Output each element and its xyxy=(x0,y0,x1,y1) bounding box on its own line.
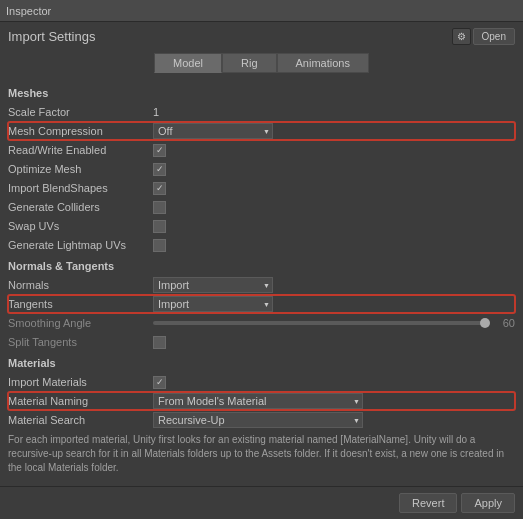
optimize-mesh-label: Optimize Mesh xyxy=(8,163,153,175)
import-blendshapes-row: Import BlendShapes xyxy=(8,179,515,197)
material-naming-label: Material Naming xyxy=(8,395,153,407)
import-blendshapes-checkbox[interactable] xyxy=(153,182,166,195)
generate-colliders-label: Generate Colliders xyxy=(8,201,153,213)
material-naming-dropdown-wrapper: From Model's Material Model Name + Model… xyxy=(153,393,363,409)
optimize-mesh-checkbox[interactable] xyxy=(153,163,166,176)
tangents-dropdown[interactable]: Import Calculate None xyxy=(153,296,273,312)
material-naming-dropdown[interactable]: From Model's Material Model Name + Model… xyxy=(153,393,363,409)
tabs-bar: Model Rig Animations xyxy=(0,49,523,77)
material-search-dropdown-wrapper: Recursive-Up Recursive-Down Project Wide xyxy=(153,412,363,428)
import-blendshapes-label: Import BlendShapes xyxy=(8,182,153,194)
tab-rig[interactable]: Rig xyxy=(222,53,277,73)
optimize-mesh-row: Optimize Mesh xyxy=(8,160,515,178)
normals-label: Normals xyxy=(8,279,153,291)
info-text: For each imported material, Unity first … xyxy=(8,433,515,475)
mesh-compression-row: Mesh Compression Off Low Medium High xyxy=(8,122,515,140)
materials-section-header: Materials xyxy=(8,357,515,369)
mesh-compression-label: Mesh Compression xyxy=(8,125,153,137)
tab-animations[interactable]: Animations xyxy=(277,53,369,73)
meshes-section-header: Meshes xyxy=(8,87,515,99)
mesh-compression-dropdown-wrapper: Off Low Medium High xyxy=(153,123,273,139)
generate-colliders-checkbox[interactable] xyxy=(153,201,166,214)
import-materials-label: Import Materials xyxy=(8,376,153,388)
title-bar: Inspector xyxy=(0,0,523,22)
apply-button[interactable]: Apply xyxy=(461,493,515,513)
smoothing-angle-label: Smoothing Angle xyxy=(8,317,153,329)
tangents-row: Tangents Import Calculate None xyxy=(8,295,515,313)
material-search-dropdown[interactable]: Recursive-Up Recursive-Down Project Wide xyxy=(153,412,363,428)
swap-uvs-checkbox[interactable] xyxy=(153,220,166,233)
split-tangents-row: Split Tangents xyxy=(8,333,515,351)
import-settings-title: Import Settings xyxy=(8,29,95,44)
smoothing-angle-slider[interactable] xyxy=(153,321,485,325)
scale-factor-row: Scale Factor 1 xyxy=(8,103,515,121)
material-search-label: Material Search xyxy=(8,414,153,426)
read-write-checkbox[interactable] xyxy=(153,144,166,157)
generate-lightmap-row: Generate Lightmap UVs xyxy=(8,236,515,254)
import-header: Import Settings ⚙ Open xyxy=(0,22,523,49)
content-area: Meshes Scale Factor 1 Mesh Compression O… xyxy=(0,77,523,486)
read-write-label: Read/Write Enabled xyxy=(8,144,153,156)
normals-row: Normals Import Calculate None xyxy=(8,276,515,294)
import-materials-checkbox[interactable] xyxy=(153,376,166,389)
scale-factor-value: 1 xyxy=(153,106,515,118)
smoothing-angle-row: Smoothing Angle 60 xyxy=(8,314,515,332)
normals-tangents-section-header: Normals & Tangents xyxy=(8,260,515,272)
tangents-dropdown-wrapper: Import Calculate None xyxy=(153,296,273,312)
read-write-row: Read/Write Enabled xyxy=(8,141,515,159)
material-naming-row: Material Naming From Model's Material Mo… xyxy=(8,392,515,410)
split-tangents-label: Split Tangents xyxy=(8,336,153,348)
settings-icon-btn[interactable]: ⚙ xyxy=(452,28,471,45)
swap-uvs-row: Swap UVs xyxy=(8,217,515,235)
swap-uvs-label: Swap UVs xyxy=(8,220,153,232)
inspector-window: Inspector Import Settings ⚙ Open Model R… xyxy=(0,0,523,519)
bottom-bar: Revert Apply xyxy=(0,486,523,519)
generate-lightmap-label: Generate Lightmap UVs xyxy=(8,239,153,251)
title-bar-label: Inspector xyxy=(6,5,51,17)
normals-dropdown[interactable]: Import Calculate None xyxy=(153,277,273,293)
normals-dropdown-wrapper: Import Calculate None xyxy=(153,277,273,293)
tangents-label: Tangents xyxy=(8,298,153,310)
mesh-compression-dropdown[interactable]: Off Low Medium High xyxy=(153,123,273,139)
import-materials-row: Import Materials xyxy=(8,373,515,391)
generate-lightmap-checkbox[interactable] xyxy=(153,239,166,252)
split-tangents-checkbox[interactable] xyxy=(153,336,166,349)
header-icons: ⚙ Open xyxy=(452,28,515,45)
scale-factor-label: Scale Factor xyxy=(8,106,153,118)
generate-colliders-row: Generate Colliders xyxy=(8,198,515,216)
material-search-row: Material Search Recursive-Up Recursive-D… xyxy=(8,411,515,429)
revert-button[interactable]: Revert xyxy=(399,493,457,513)
tab-model[interactable]: Model xyxy=(154,53,222,73)
open-button[interactable]: Open xyxy=(473,28,515,45)
